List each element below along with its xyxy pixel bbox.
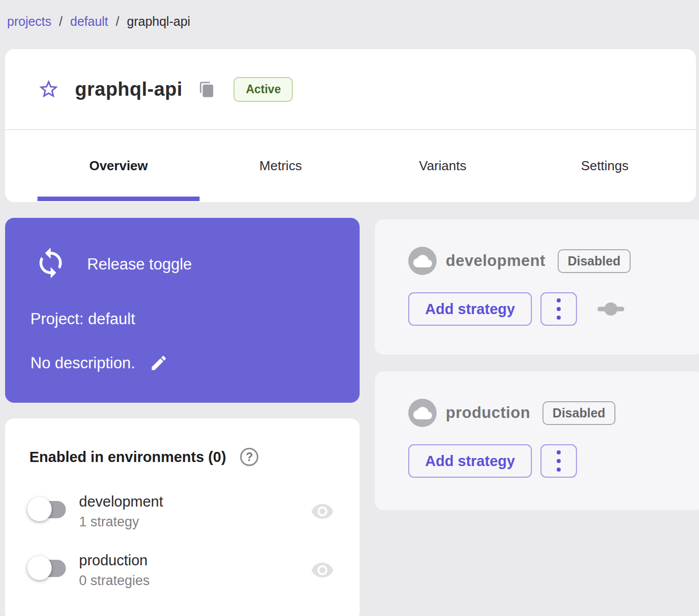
loop-icon [34, 246, 67, 282]
environment-status-badge: Disabled [542, 401, 615, 425]
environment-menu-button-development[interactable] [540, 292, 577, 326]
breadcrumb-separator: / [116, 14, 120, 29]
development-toggle-switch[interactable] [27, 496, 67, 522]
tab-overview[interactable]: Overview [37, 130, 200, 201]
environment-card-development: development Disabled Add strategy [375, 219, 699, 355]
row-strategy-count: 1 strategy [79, 514, 163, 530]
eye-icon [310, 558, 334, 582]
breadcrumb-separator: / [59, 14, 63, 29]
feature-title-row: graphql-api Active [5, 49, 696, 130]
row-strategy-count: 0 strategies [79, 573, 150, 589]
toggle-project-label: Project: default [30, 310, 135, 328]
toggle-info-card: Release toggle Project: default No descr… [5, 218, 360, 403]
enabled-environments-panel: Enabled in environments (0) ? developmen… [5, 418, 360, 616]
copy-icon [199, 81, 215, 98]
environment-toggle-row-production: production 0 strategies [5, 552, 360, 589]
question-mark-icon: ? [246, 450, 253, 464]
pencil-icon [149, 354, 168, 372]
commit-icon [597, 301, 625, 317]
toggle-description: No description. [30, 354, 135, 372]
breadcrumb-projects-link[interactable]: projects [7, 14, 52, 29]
row-environment-name: development [79, 493, 163, 510]
tab-settings[interactable]: Settings [524, 130, 686, 201]
cloud-icon [408, 247, 437, 275]
tab-metrics[interactable]: Metrics [200, 130, 362, 201]
page-title: graphql-api [75, 79, 182, 100]
copy-name-button[interactable] [199, 81, 215, 98]
production-toggle-switch[interactable] [27, 555, 67, 581]
kebab-icon [557, 450, 561, 472]
enabled-environments-title: Enabled in environments (0) [29, 449, 226, 466]
toggle-type-label: Release toggle [87, 255, 192, 274]
help-button[interactable]: ? [240, 448, 258, 466]
tab-bar: Overview Metrics Variants Settings [5, 130, 696, 201]
feature-header-card: graphql-api Active Overview Metrics Vari… [5, 49, 696, 202]
environment-menu-button-production[interactable] [540, 444, 577, 478]
environment-status-badge: Disabled [558, 249, 631, 273]
breadcrumb-default-link[interactable]: default [70, 14, 108, 29]
kebab-icon [557, 298, 561, 320]
environment-name: production [446, 404, 530, 422]
add-strategy-button-production[interactable]: Add strategy [408, 444, 532, 478]
visibility-button-development[interactable] [310, 499, 334, 523]
status-badge: Active [234, 77, 293, 102]
favorite-button[interactable] [37, 78, 60, 100]
eye-icon [310, 499, 334, 523]
visibility-button-production[interactable] [310, 558, 334, 582]
switch-thumb [27, 497, 52, 521]
breadcrumb-current: graphql-api [127, 14, 190, 29]
breadcrumb: projects / default / graphql-api [7, 14, 190, 29]
environment-card-production: production Disabled Add strategy [375, 371, 699, 510]
environment-toggle-row-development: development 1 strategy [5, 493, 360, 530]
switch-thumb [27, 556, 52, 580]
cloud-icon [408, 399, 437, 427]
edit-description-button[interactable] [149, 354, 168, 372]
star-icon [37, 78, 60, 100]
environment-name: development [446, 252, 546, 270]
tab-variants[interactable]: Variants [362, 130, 524, 201]
row-environment-name: production [79, 552, 150, 569]
add-strategy-button-development[interactable]: Add strategy [408, 292, 532, 326]
active-tab-indicator [37, 197, 200, 201]
